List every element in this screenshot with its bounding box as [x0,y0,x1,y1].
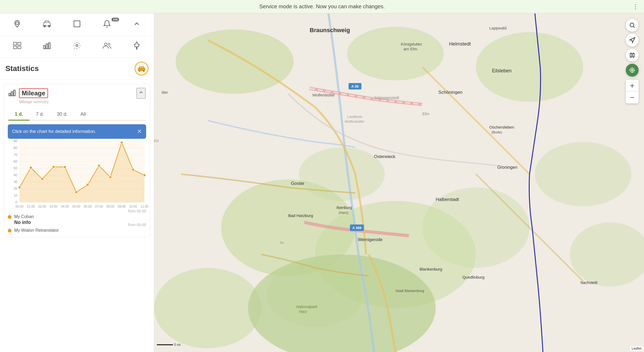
map-area[interactable]: Braunschweig Königslutter am Elm Helmste… [154,13,644,352]
location-icon [13,20,21,30]
tab-30d[interactable]: 30 d. [50,109,74,121]
svg-point-46 [41,178,43,180]
service-banner: Service mode is active. Now you can make… [0,0,644,13]
svg-text:04:00: 04:00 [61,205,69,208]
leaflet-label: Leaflet [632,347,641,350]
legend-item-coban: My Coban from 00:00 No info [8,214,146,225]
svg-point-51 [98,164,100,167]
svg-text:Wolfenbüttel: Wolfenbüttel [345,119,364,123]
map-background: Braunschweig Königslutter am Elm Helmste… [154,13,644,352]
scale-line: 5 mi [157,343,181,347]
svg-point-118 [631,54,633,56]
dots-menu-icon[interactable]: ⋮ [632,3,639,10]
info-banner-close[interactable]: ✕ [137,128,142,135]
svg-text:Blankenburg: Blankenburg [420,267,442,271]
svg-text:10: 10 [13,193,17,197]
stats-btn[interactable] [33,38,62,54]
svg-point-54 [132,168,134,171]
zoom-in-btn[interactable]: + [626,80,639,92]
collapse-btn-top[interactable] [122,17,151,33]
svg-rect-17 [140,67,141,68]
track-icon [13,42,21,51]
mileage-collapse-button[interactable] [136,88,146,99]
zoom-out-btn[interactable]: − [626,92,639,103]
svg-text:20: 20 [13,186,17,190]
svg-rect-8 [44,46,45,49]
scale-bar: 5 mi [157,343,181,347]
mileage-header: Mileage [4,84,150,100]
svg-text:40: 40 [13,173,17,177]
location-map-btn[interactable] [626,64,639,77]
service-btn[interactable] [62,38,91,54]
icon-toolbar-row2 [0,36,154,58]
navigate-map-btn[interactable] [626,34,639,47]
info-banner: Click on the chart for detailed informat… [8,124,146,139]
notification-badge: 346 [112,18,119,21]
users-btn[interactable] [92,38,121,54]
notification-icon [103,20,111,30]
geofence-btn[interactable] [62,17,91,33]
svg-text:Goslar: Goslar [291,181,304,186]
scale-label: 5 mi [174,343,181,347]
svg-text:Schöppenstedt: Schöppenstedt [374,96,399,100]
svg-text:03:00: 03:00 [50,205,58,208]
chart-area[interactable]: 90 80 70 60 50 40 30 20 10 0 [4,141,150,212]
svg-text:Halberstadt: Halberstadt [436,197,459,202]
svg-point-0 [16,22,18,24]
legend-coban-name: My Coban [14,214,34,219]
svg-rect-10 [49,43,50,49]
pin-icon [133,41,140,52]
svg-text:10:00: 10:00 [129,205,137,208]
tab-all[interactable]: All [74,109,92,121]
svg-text:Nationalpark: Nationalpark [296,305,318,309]
search-map-btn[interactable] [626,19,639,32]
svg-point-45 [29,166,32,169]
mileage-subtitle: Mileage summary [4,100,150,107]
track-btn[interactable] [3,38,32,54]
svg-text:70: 70 [13,153,17,157]
svg-text:A 36: A 36 [351,84,359,88]
left-panel: 346 [0,13,154,352]
stats-header: Statistics [0,58,154,80]
svg-point-47 [52,166,55,168]
svg-point-2 [48,25,50,27]
svg-text:Groningen: Groningen [497,165,517,170]
location-btn[interactable] [3,17,32,33]
car-icon-btn[interactable] [135,62,149,76]
leaflet-credit[interactable]: Leaflet [630,346,643,351]
tab-1d[interactable]: 1 d. [8,109,29,121]
svg-rect-3 [74,21,80,27]
svg-text:Elz: Elz [154,139,159,143]
svg-point-53 [120,141,123,144]
vehicle-icon [42,20,51,29]
svg-text:Nachstedt: Nachstedt [580,280,597,285]
svg-text:Bad Harzburg: Bad Harzburg [288,213,313,218]
svg-text:90: 90 [13,139,17,143]
svg-point-116 [630,23,634,27]
zoom-in-icon: + [630,81,634,90]
svg-text:hs: hs [280,241,284,245]
svg-text:Helmstedt: Helmstedt [449,41,471,47]
tab-7d[interactable]: 7 d. [29,109,50,121]
svg-text:(Harz): (Harz) [339,211,348,215]
svg-text:50: 50 [13,166,17,170]
vehicle-btn[interactable] [33,17,62,33]
svg-rect-117 [630,54,634,57]
svg-rect-21 [14,90,15,96]
notification-btn[interactable]: 346 [92,17,121,33]
chart-legend: My Coban from 00:00 No info My Wialon Re… [4,212,150,237]
svg-text:08:00: 08:00 [106,205,114,208]
panel-content[interactable]: Mileage Mileage summary 1 d. 7 d. 30 d. … [0,80,154,352]
svg-text:60: 60 [13,159,17,163]
svg-point-11 [76,44,78,47]
svg-rect-9 [46,44,48,49]
svg-text:Eilsleben: Eilsleben [492,68,512,73]
screenshot-map-btn[interactable] [626,49,639,62]
svg-point-69 [176,29,294,94]
zoom-out-icon: − [630,93,634,102]
pin-btn[interactable] [122,38,151,54]
mileage-chart[interactable]: 90 80 70 60 50 40 30 20 10 0 [8,141,146,211]
stats-icon [43,42,51,51]
svg-rect-6 [13,46,17,49]
svg-text:Ilsenburg: Ilsenburg [336,205,352,210]
